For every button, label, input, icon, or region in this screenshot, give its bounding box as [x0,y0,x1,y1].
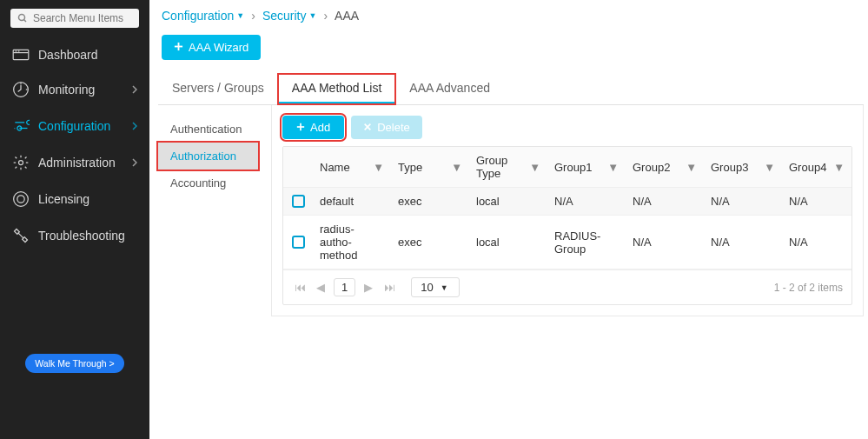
filter-icon[interactable]: ▼ [373,161,384,174]
pager-first[interactable]: ⏮ [292,280,308,296]
header-group1[interactable]: Group1▼ [547,147,626,187]
header-group2[interactable]: Group2▼ [626,147,704,187]
cell-group3: N/A [704,188,782,215]
breadcrumb-configuration[interactable]: Configuration▼ [162,9,244,23]
pager-size-select[interactable]: 10▼ [411,277,459,297]
tab-aaa-advanced[interactable]: AAA Advanced [395,74,504,104]
plus-icon [296,121,305,134]
search-input[interactable] [33,12,163,24]
sidebar-item-dashboard[interactable]: Dashboard [0,38,149,71]
cell-group2: N/A [626,188,704,215]
svg-point-0 [19,15,25,21]
subtab-authorization[interactable]: Authorization [158,143,258,170]
tabs: Servers / Groups AAA Method List AAA Adv… [158,74,864,105]
header-group4[interactable]: Group4▼ [782,147,851,187]
main-content: Configuration▼ › Security▼ › AAA AAA Wiz… [149,0,868,439]
subtab-authentication[interactable]: Authentication [158,116,258,143]
cell-group4: N/A [782,216,851,269]
cell-group-type: local [469,188,547,215]
chevron-right-icon [132,156,137,170]
header-checkbox-col [283,147,313,187]
delete-button-label: Delete [377,121,410,134]
pager-page[interactable]: 1 [334,278,355,296]
delete-button[interactable]: Delete [351,116,422,139]
cell-group-type: local [469,216,547,269]
cell-group1: N/A [547,188,626,215]
sidebar-item-label: Dashboard [38,48,137,62]
filter-icon[interactable]: ▼ [686,161,697,174]
sidebar-item-administration[interactable]: Administration [0,144,149,181]
cell-group1: RADIUS-Group [547,216,626,269]
sidebar-item-label: Licensing [38,192,137,206]
filter-icon[interactable]: ▼ [529,161,540,174]
walk-me-through-button[interactable]: Walk Me Through > [25,354,123,373]
monitoring-icon [12,81,30,98]
row-checkbox-cell [283,216,313,269]
table-row[interactable]: radius-autho-methodexeclocalRADIUS-Group… [283,216,851,269]
breadcrumb-separator: › [323,9,328,23]
chevron-right-icon [132,120,137,133]
cell-name: default [313,188,391,215]
cell-group3: N/A [704,216,782,269]
search-icon [17,13,28,23]
filter-icon[interactable]: ▼ [607,161,619,174]
add-button-label: Add [310,121,330,134]
search-box[interactable] [10,9,139,28]
dashboard-icon [12,48,30,62]
configuration-icon [12,117,30,135]
header-type[interactable]: Type▼ [391,147,469,187]
sidebar-item-label: Configuration [38,119,123,133]
x-icon [363,121,372,134]
toolbar: Add Delete [282,116,852,139]
sidebar-item-troubleshooting[interactable]: Troubleshooting [0,217,149,254]
licensing-icon [12,190,30,208]
grid-header: Name▼ Type▼ Group Type▼ Group1▼ Group2▼ … [283,147,851,188]
filter-icon[interactable]: ▼ [833,161,845,174]
caret-down-icon: ▼ [441,283,448,292]
subtab-accounting[interactable]: Accounting [158,170,258,196]
panel: Add Delete Name▼ Type▼ Group Type▼ [271,105,864,316]
row-checkbox-cell [283,188,313,215]
pager-last[interactable]: ⏭ [381,280,397,296]
subtabs: Authentication Authorization Accounting [158,105,271,316]
sidebar-item-licensing[interactable]: Licensing [0,181,149,217]
aaa-wizard-button[interactable]: AAA Wizard [162,35,261,60]
header-group-type[interactable]: Group Type▼ [469,147,547,187]
plus-icon [174,41,183,54]
row-checkbox[interactable] [292,195,305,208]
breadcrumb-separator: › [251,9,255,23]
header-name[interactable]: Name▼ [313,147,391,187]
sidebar-item-label: Administration [38,156,123,170]
filter-icon[interactable]: ▼ [764,161,775,174]
breadcrumb-security[interactable]: Security▼ [262,9,317,23]
header-group3[interactable]: Group3▼ [704,147,782,187]
filter-icon[interactable]: ▼ [451,161,462,174]
administration-icon [12,154,30,171]
tab-servers-groups[interactable]: Servers / Groups [158,74,278,104]
svg-point-10 [14,192,29,207]
sidebar-item-configuration[interactable]: Configuration [0,108,149,144]
pager-next[interactable]: ▶ [361,280,376,296]
svg-point-9 [19,161,23,165]
breadcrumb-current: AAA [335,9,359,23]
cell-group2: N/A [626,216,704,269]
tab-aaa-method-list[interactable]: AAA Method List [278,74,396,104]
add-button[interactable]: Add [282,116,344,139]
breadcrumb: Configuration▼ › Security▼ › AAA [158,7,864,31]
sidebar: Dashboard Monitoring Configuration [0,0,149,439]
sidebar-item-label: Troubleshooting [38,229,137,243]
sidebar-item-label: Monitoring [38,83,123,96]
table-row[interactable]: defaultexeclocalN/AN/AN/AN/A [283,188,851,216]
cell-type: exec [391,216,469,269]
data-grid: Name▼ Type▼ Group Type▼ Group1▼ Group2▼ … [282,146,852,305]
pager-prev[interactable]: ◀ [313,280,328,296]
svg-line-1 [24,20,27,23]
svg-line-12 [18,233,24,239]
chevron-right-icon [132,83,137,96]
row-checkbox[interactable] [292,236,305,249]
svg-point-11 [17,196,24,203]
pager-summary: 1 - 2 of 2 items [774,282,843,294]
caret-down-icon: ▼ [236,11,244,20]
caret-down-icon: ▼ [308,11,316,20]
sidebar-item-monitoring[interactable]: Monitoring [0,71,149,108]
